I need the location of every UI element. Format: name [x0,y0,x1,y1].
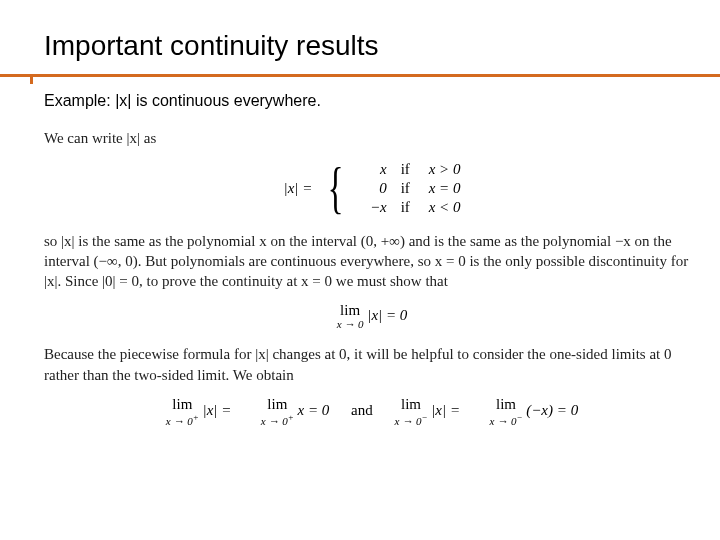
lim-expr: |x| = 0 [367,307,407,323]
lim-expr-part: |x| = [203,402,232,418]
case-row: 0 if x = 0 [359,179,461,198]
case-val: 0 [359,179,387,198]
lim-sup: − [516,412,522,422]
title-tick [30,74,33,84]
paragraph-1: so |x| is the same as the polynomial x o… [44,231,700,292]
brace-icon: { [327,163,343,213]
lim-sup: + [288,412,294,422]
lim-sub: x → 0+ [166,413,199,427]
lim-sub: x → 0− [490,413,523,427]
lim-expr-part: (−x) = 0 [526,402,578,418]
case-cond: x = 0 [429,179,461,198]
case-val: −x [359,198,387,217]
lim-word: lim [490,397,523,412]
case-if: if [401,198,415,217]
lim-sub: x → 0− [395,413,428,427]
lim-sub-text: x → 0 [395,414,422,426]
lim-word: lim [395,397,428,412]
and-word: and [351,402,373,419]
case-cond: x > 0 [429,160,461,179]
lim-sup: + [193,412,199,422]
case-row: x if x > 0 [359,160,461,179]
case-if: if [401,160,415,179]
piecewise-definition: |x| = { x if x > 0 0 if x = 0 −x [44,160,700,216]
lim-sub-text: x → 0 [166,414,193,426]
example-line: Example: |x| is continuous everywhere. [44,92,700,110]
slide: Important continuity results Example: |x… [0,0,720,540]
lim-expr-part: |x| = [431,402,460,418]
lim-sub: x → 0 [337,319,364,330]
lim-word: lim [337,303,364,318]
case-cond: x < 0 [429,198,461,217]
lim-sup: − [421,412,427,422]
paragraph-2: Because the piecewise formula for |x| ch… [44,344,700,385]
page-title: Important continuity results [44,30,700,64]
lim-sub-text: x → 0 [261,414,288,426]
case-row: −x if x < 0 [359,198,461,217]
case-val: x [359,160,387,179]
lim-expr-part: x = 0 [298,402,330,418]
lim-sub-text: x → 0 [490,414,517,426]
case-if: if [401,179,415,198]
lim-sub: x → 0+ [261,413,294,427]
lim-word: lim [261,397,294,412]
piecewise-lhs: |x| = [284,180,313,197]
limits-row: lim x → 0+ |x| = lim x → 0+ x = 0 and li… [44,397,700,427]
intro-text: We can write |x| as [44,128,700,148]
piecewise-cases: x if x > 0 0 if x = 0 −x if x < 0 [359,160,461,216]
lim-word: lim [166,397,199,412]
content-area: Example: |x| is continuous everywhere. W… [44,92,700,426]
limit-center: lim x → 0 |x| = 0 [44,303,700,330]
title-underline [0,74,720,77]
